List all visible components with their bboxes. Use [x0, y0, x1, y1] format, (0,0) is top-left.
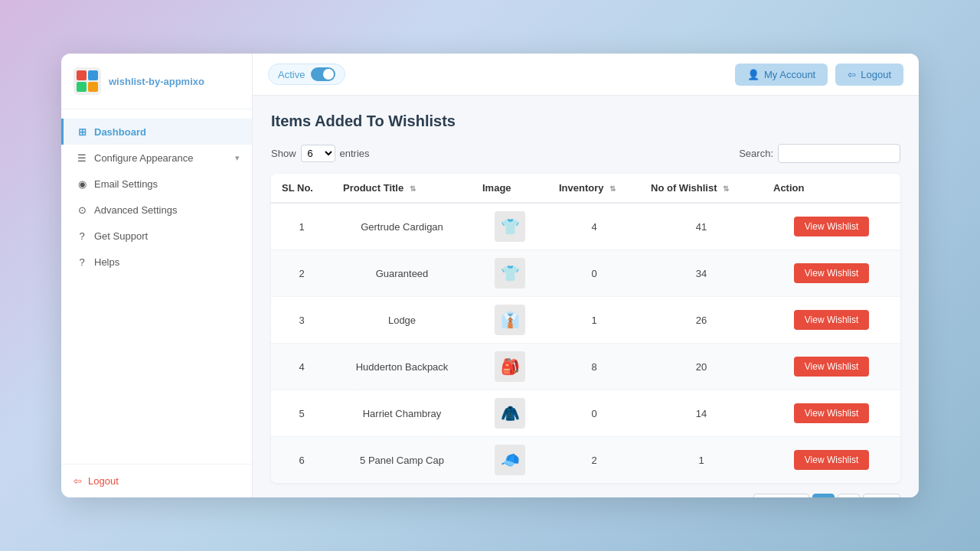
sidebar-item-label: Configure Appearance [94, 152, 229, 164]
content-area: Items Added To Wishlists Show 6 10 25 en… [253, 96, 919, 497]
configure-icon: ☰ [76, 152, 88, 164]
search-container: Search: [739, 144, 900, 163]
active-toggle-switch[interactable] [311, 67, 335, 81]
sidebar-item-configure-appearance[interactable]: ☰ Configure Appearance ▾ [61, 145, 252, 171]
table-row: 1 Gertrude Cardigan 👕 4 41 View Wishlist [271, 203, 900, 250]
page-title: Items Added To Wishlists [271, 112, 900, 130]
cell-product-title: Hudderton Backpack [332, 344, 472, 390]
next-button[interactable]: Next [863, 494, 900, 497]
logout-icon: ⇦ [74, 475, 82, 487]
wishlist-table: SL No. Product Title ⇅ Image Inventory ⇅ [271, 174, 900, 483]
view-wishlist-button[interactable]: View Wishlist [794, 450, 869, 470]
sidebar-item-helps[interactable]: ? Helps [61, 249, 252, 275]
col-header-product[interactable]: Product Title ⇅ [332, 174, 472, 203]
cell-inventory: 0 [548, 250, 640, 297]
col-header-sl: SL No. [271, 174, 332, 203]
app-name: wishlist-by-appmixo [109, 76, 204, 87]
entries-label: entries [340, 148, 370, 159]
view-wishlist-button[interactable]: View Wishlist [794, 310, 869, 330]
table-body: 1 Gertrude Cardigan 👕 4 41 View Wishlist… [271, 203, 900, 483]
sidebar-navigation: ⊞ Dashboard ☰ Configure Appearance ▾ ◉ E… [61, 109, 252, 464]
table-row: 4 Hudderton Backpack 🎒 8 20 View Wishlis… [271, 344, 900, 390]
cell-no-of-wishlist: 34 [640, 250, 763, 297]
page-1-button[interactable]: 1 [812, 494, 835, 497]
table-row: 5 Harriet Chambray 🧥 0 14 View Wishlist [271, 390, 900, 437]
cell-image: 👔 [472, 297, 548, 344]
table-header-row: SL No. Product Title ⇅ Image Inventory ⇅ [271, 174, 900, 203]
sort-icon: ⇅ [609, 184, 616, 193]
svg-rect-1 [77, 70, 87, 80]
view-wishlist-button[interactable]: View Wishlist [794, 217, 869, 236]
sidebar-item-label: Helps [94, 256, 240, 268]
logout-icon: ⇦ [848, 69, 856, 80]
product-image: 👕 [495, 211, 525, 242]
sidebar-item-advanced-settings[interactable]: ⊙ Advanced Settings [61, 197, 252, 223]
cell-no-of-wishlist: 26 [640, 297, 763, 344]
settings-icon: ⊙ [76, 204, 88, 216]
page-2-button[interactable]: 2 [838, 494, 860, 497]
cell-product-title: Gertrude Cardigan [332, 203, 472, 250]
cell-sl: 5 [271, 390, 332, 437]
col-header-no-of-wishlist[interactable]: No of Wishlist ⇅ [640, 174, 763, 203]
sidebar-logo: wishlist-by-appmixo [61, 54, 252, 109]
cell-image: 🧢 [472, 437, 548, 484]
cell-product-title: Guaranteed [332, 250, 472, 297]
cell-inventory: 4 [548, 203, 640, 250]
table-footer: Showing 1 to 6 of 6 entries Previous 1 2… [271, 494, 900, 497]
view-wishlist-button[interactable]: View Wishlist [794, 263, 869, 283]
cell-no-of-wishlist: 41 [640, 203, 763, 250]
cell-no-of-wishlist: 1 [640, 437, 763, 484]
main-content: Active 👤 My Account ⇦ Logout Items Added… [253, 54, 919, 497]
search-input[interactable] [778, 144, 900, 163]
header-logout-button[interactable]: ⇦ Logout [835, 64, 903, 86]
help-icon: ? [76, 256, 88, 268]
email-icon: ◉ [76, 178, 88, 190]
col-header-action: Action [763, 174, 900, 203]
table-controls: Show 6 10 25 entries Search: [271, 144, 900, 163]
product-image: 👔 [495, 305, 525, 335]
svg-rect-2 [88, 70, 98, 80]
cell-action: View Wishlist [763, 250, 900, 297]
app-window: wishlist-by-appmixo ⊞ Dashboard ☰ Config… [61, 54, 919, 497]
cell-product-title: Lodge [332, 297, 472, 344]
cell-image: 🎒 [472, 344, 548, 390]
my-account-button[interactable]: 👤 My Account [735, 64, 828, 86]
table-row: 6 5 Panel Camp Cap 🧢 2 1 View Wishlist [271, 437, 900, 484]
col-header-inventory[interactable]: Inventory ⇅ [548, 174, 640, 203]
sidebar-item-dashboard[interactable]: ⊞ Dashboard [61, 119, 252, 145]
sidebar-logout-label: Logout [88, 475, 119, 487]
app-logo-icon [74, 67, 101, 95]
sort-icon: ⇅ [723, 184, 729, 193]
sidebar-item-get-support[interactable]: ? Get Support [61, 223, 252, 249]
sidebar: wishlist-by-appmixo ⊞ Dashboard ☰ Config… [61, 54, 253, 497]
support-icon: ? [76, 230, 88, 242]
sort-icon: ⇅ [410, 184, 416, 193]
cell-inventory: 1 [548, 297, 640, 344]
cell-sl: 2 [271, 250, 332, 297]
view-wishlist-button[interactable]: View Wishlist [794, 403, 869, 423]
product-image: 🧢 [495, 445, 525, 475]
product-image: 🧥 [495, 398, 525, 429]
sidebar-item-label: Email Settings [94, 178, 240, 190]
table-row: 3 Lodge 👔 1 26 View Wishlist [271, 297, 900, 344]
user-icon: 👤 [747, 69, 760, 80]
cell-image: 🧥 [472, 390, 548, 437]
active-toggle-container[interactable]: Active [268, 64, 345, 85]
svg-rect-3 [77, 82, 87, 92]
sidebar-item-label: Advanced Settings [94, 204, 240, 216]
entries-select[interactable]: 6 10 25 [301, 145, 335, 162]
view-wishlist-button[interactable]: View Wishlist [794, 357, 869, 377]
cell-inventory: 2 [548, 437, 640, 484]
sidebar-item-label: Dashboard [94, 126, 240, 138]
cell-action: View Wishlist [763, 344, 900, 390]
cell-action: View Wishlist [763, 203, 900, 250]
app-header: Active 👤 My Account ⇦ Logout [253, 54, 919, 96]
cell-inventory: 0 [548, 390, 640, 437]
sidebar-logout-button[interactable]: ⇦ Logout [74, 475, 240, 487]
show-label: Show [271, 148, 296, 159]
cell-image: 👕 [472, 203, 548, 250]
product-image: 🎒 [495, 351, 525, 382]
cell-image: 👕 [472, 250, 548, 297]
sidebar-item-email-settings[interactable]: ◉ Email Settings [61, 171, 252, 197]
previous-button[interactable]: Previous [753, 494, 809, 497]
